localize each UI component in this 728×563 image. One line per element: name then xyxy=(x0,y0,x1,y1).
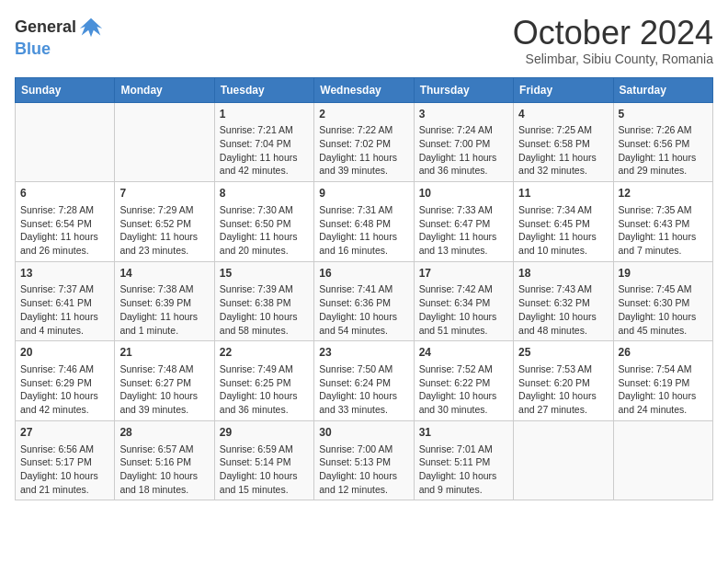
day-info: Sunset: 6:45 PM xyxy=(518,217,608,231)
day-info: Sunset: 5:17 PM xyxy=(20,455,109,469)
day-info: Daylight: 11 hours and 1 minute. xyxy=(119,310,209,337)
day-info: Daylight: 11 hours and 16 minutes. xyxy=(319,230,408,257)
day-info: Sunrise: 7:48 AM xyxy=(119,362,209,376)
day-info: Sunset: 6:30 PM xyxy=(619,296,708,310)
day-info: Sunrise: 7:35 AM xyxy=(619,203,708,217)
day-info: Sunset: 6:25 PM xyxy=(220,376,309,390)
title-block: October 2024 Selimbar, Sibiu County, Rom… xyxy=(513,15,713,66)
day-info: Sunset: 7:04 PM xyxy=(220,137,309,151)
day-info: Sunrise: 7:22 AM xyxy=(319,123,408,137)
day-info: Daylight: 10 hours and 39 minutes. xyxy=(119,389,209,416)
day-info: Sunset: 5:13 PM xyxy=(319,455,408,469)
calendar-cell: 14Sunrise: 7:38 AMSunset: 6:39 PMDayligh… xyxy=(115,261,214,341)
day-info: Sunrise: 7:34 AM xyxy=(518,203,608,217)
day-info: Daylight: 11 hours and 26 minutes. xyxy=(20,230,109,257)
day-info: Sunrise: 7:33 AM xyxy=(419,203,508,217)
calendar-cell: 16Sunrise: 7:41 AMSunset: 6:36 PMDayligh… xyxy=(314,261,414,341)
day-info: Sunrise: 7:28 AM xyxy=(20,203,109,217)
header-day-thursday: Thursday xyxy=(414,77,513,102)
day-info: Daylight: 10 hours and 42 minutes. xyxy=(20,389,109,416)
calendar-cell xyxy=(16,102,115,182)
day-info: Daylight: 10 hours and 51 minutes. xyxy=(419,310,508,337)
day-number: 31 xyxy=(419,425,508,441)
day-info: Daylight: 10 hours and 27 minutes. xyxy=(518,389,608,416)
day-info: Sunrise: 7:49 AM xyxy=(220,362,309,376)
day-number: 13 xyxy=(20,266,109,282)
day-number: 28 xyxy=(119,425,209,441)
day-info: Daylight: 10 hours and 30 minutes. xyxy=(419,389,508,416)
calendar-cell: 24Sunrise: 7:52 AMSunset: 6:22 PMDayligh… xyxy=(414,341,513,421)
day-number: 14 xyxy=(119,266,209,282)
day-info: Sunset: 6:20 PM xyxy=(518,376,608,390)
calendar-cell: 27Sunrise: 6:56 AMSunset: 5:17 PMDayligh… xyxy=(16,420,115,500)
day-info: Sunset: 7:00 PM xyxy=(419,137,508,151)
day-number: 8 xyxy=(220,186,309,201)
day-number: 26 xyxy=(619,345,708,361)
day-info: Daylight: 11 hours and 7 minutes. xyxy=(619,230,708,257)
day-number: 24 xyxy=(419,345,508,361)
day-info: Sunset: 5:16 PM xyxy=(119,455,209,469)
calendar-cell: 6Sunrise: 7:28 AMSunset: 6:54 PMDaylight… xyxy=(16,182,115,262)
day-info: Daylight: 11 hours and 39 minutes. xyxy=(319,151,408,178)
day-info: Sunrise: 7:00 AM xyxy=(319,442,408,456)
day-info: Daylight: 11 hours and 42 minutes. xyxy=(220,151,309,178)
day-info: Sunrise: 7:50 AM xyxy=(319,362,408,376)
day-info: Sunset: 6:43 PM xyxy=(619,217,708,231)
calendar-cell: 12Sunrise: 7:35 AMSunset: 6:43 PMDayligh… xyxy=(613,182,712,262)
calendar-cell xyxy=(613,420,712,500)
day-info: Sunrise: 7:54 AM xyxy=(619,362,708,376)
day-info: Daylight: 10 hours and 48 minutes. xyxy=(518,310,608,337)
day-info: Sunset: 5:11 PM xyxy=(419,455,508,469)
month-title: October 2024 xyxy=(513,15,713,52)
day-number: 3 xyxy=(419,107,508,122)
day-info: Sunset: 6:41 PM xyxy=(20,296,109,310)
day-info: Daylight: 10 hours and 54 minutes. xyxy=(319,310,408,337)
day-info: Daylight: 10 hours and 36 minutes. xyxy=(220,389,309,416)
day-info: Sunset: 5:14 PM xyxy=(220,455,309,469)
day-info: Daylight: 10 hours and 21 minutes. xyxy=(20,469,109,496)
calendar-cell: 28Sunrise: 6:57 AMSunset: 5:16 PMDayligh… xyxy=(115,420,214,500)
calendar-cell xyxy=(514,420,613,500)
day-info: Sunset: 6:22 PM xyxy=(419,376,508,390)
header-row: SundayMondayTuesdayWednesdayThursdayFrid… xyxy=(16,77,713,102)
day-number: 16 xyxy=(319,266,408,282)
day-info: Daylight: 10 hours and 15 minutes. xyxy=(220,469,309,496)
day-info: Daylight: 11 hours and 10 minutes. xyxy=(518,230,608,257)
day-info: Sunset: 6:48 PM xyxy=(319,217,408,231)
day-info: Sunset: 6:38 PM xyxy=(220,296,309,310)
week-row-5: 27Sunrise: 6:56 AMSunset: 5:17 PMDayligh… xyxy=(16,420,713,500)
day-number: 29 xyxy=(220,425,309,441)
day-info: Sunrise: 6:57 AM xyxy=(119,442,209,456)
calendar-cell: 29Sunrise: 6:59 AMSunset: 5:14 PMDayligh… xyxy=(214,420,313,500)
logo-general-text: General xyxy=(15,15,104,40)
day-info: Sunrise: 7:43 AM xyxy=(518,282,608,296)
day-info: Sunset: 7:02 PM xyxy=(319,137,408,151)
day-info: Sunrise: 7:24 AM xyxy=(419,123,508,137)
day-info: Sunrise: 7:52 AM xyxy=(419,362,508,376)
calendar-header: SundayMondayTuesdayWednesdayThursdayFrid… xyxy=(16,77,713,102)
day-info: Sunset: 6:27 PM xyxy=(119,376,209,390)
day-info: Sunrise: 7:42 AM xyxy=(419,282,508,296)
day-info: Sunrise: 7:01 AM xyxy=(419,442,508,456)
week-row-3: 13Sunrise: 7:37 AMSunset: 6:41 PMDayligh… xyxy=(16,261,713,341)
calendar-cell: 9Sunrise: 7:31 AMSunset: 6:48 PMDaylight… xyxy=(314,182,414,262)
calendar-cell: 10Sunrise: 7:33 AMSunset: 6:47 PMDayligh… xyxy=(414,182,513,262)
day-number: 7 xyxy=(119,186,209,201)
calendar-cell: 22Sunrise: 7:49 AMSunset: 6:25 PMDayligh… xyxy=(214,341,313,421)
day-info: Sunset: 6:54 PM xyxy=(20,217,109,231)
calendar-cell: 31Sunrise: 7:01 AMSunset: 5:11 PMDayligh… xyxy=(414,420,513,500)
day-info: Daylight: 11 hours and 29 minutes. xyxy=(619,151,708,178)
day-number: 5 xyxy=(619,107,708,122)
day-info: Daylight: 11 hours and 32 minutes. xyxy=(518,151,608,178)
calendar-cell: 5Sunrise: 7:26 AMSunset: 6:56 PMDaylight… xyxy=(613,102,712,182)
day-info: Sunset: 6:47 PM xyxy=(419,217,508,231)
day-info: Sunset: 6:56 PM xyxy=(619,137,708,151)
day-info: Sunset: 6:34 PM xyxy=(419,296,508,310)
day-info: Sunrise: 7:29 AM xyxy=(119,203,209,217)
day-number: 12 xyxy=(619,186,708,201)
day-number: 23 xyxy=(319,345,408,361)
calendar-table: SundayMondayTuesdayWednesdayThursdayFrid… xyxy=(15,77,713,501)
day-info: Daylight: 11 hours and 20 minutes. xyxy=(220,230,309,257)
header-day-tuesday: Tuesday xyxy=(214,77,313,102)
calendar-cell: 21Sunrise: 7:48 AMSunset: 6:27 PMDayligh… xyxy=(115,341,214,421)
